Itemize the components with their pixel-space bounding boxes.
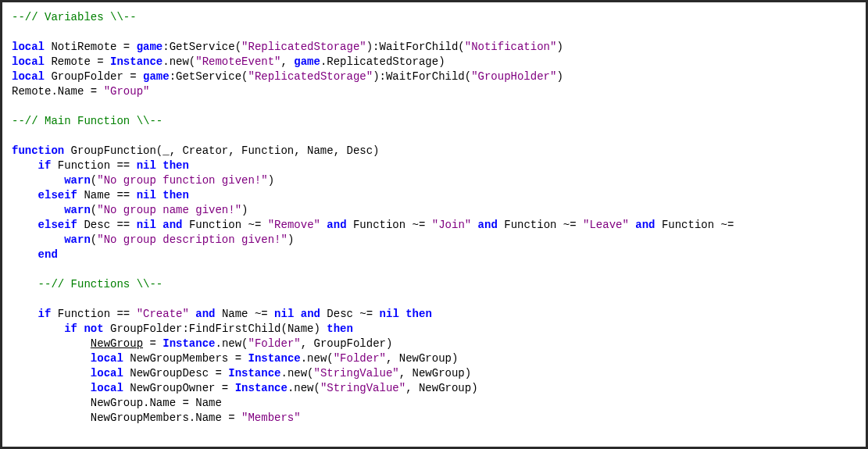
code-line[interactable]: elseif Desc == nil and Function ~= "Remo… (12, 218, 856, 233)
code-token: ( (91, 204, 97, 216)
code-token: ) (241, 204, 248, 216)
code-token (12, 322, 64, 335)
code-token: , NewGroup) (405, 382, 477, 394)
code-token: NewGroupOwner = (123, 382, 235, 394)
code-line[interactable]: local Remote = Instance.new("RemoteEvent… (12, 55, 856, 69)
code-token: NewGroupDesc = (123, 367, 228, 380)
code-line[interactable] (12, 99, 856, 114)
code-editor-content[interactable]: --// Variables \\-- local NotiRemote = g… (2, 2, 866, 447)
code-token: ( (91, 233, 97, 246)
code-token: , GroupFolder) (301, 337, 393, 350)
code-line[interactable]: NewGroup.Name = Name (12, 396, 856, 411)
code-token: local (12, 70, 45, 83)
code-token: and (635, 219, 655, 231)
code-token (12, 367, 91, 380)
code-line[interactable]: local GroupFolder = game:GetService("Rep… (12, 69, 856, 84)
code-token: function (12, 144, 64, 157)
code-line[interactable]: NewGroup = Instance.new("Folder", GroupF… (12, 337, 856, 351)
code-token (12, 174, 64, 187)
code-line[interactable]: end (12, 248, 856, 262)
code-token (156, 159, 163, 172)
code-token: if (38, 159, 52, 172)
code-token: "GroupHolder" (471, 70, 556, 83)
code-token: Function == (51, 308, 136, 320)
code-token: , (280, 55, 294, 68)
code-line[interactable] (12, 262, 856, 277)
code-line[interactable] (12, 129, 856, 144)
code-token: NewGroup.Name = Name (12, 397, 222, 409)
code-line[interactable]: if Function == "Create" and Name ~= nil … (12, 307, 856, 322)
code-token: local (91, 367, 123, 380)
code-token: :GetService( (163, 41, 241, 53)
code-line[interactable]: if not GroupFolder:FindFirstChild(Name) … (12, 322, 856, 337)
code-token: ) (556, 41, 563, 53)
code-token (12, 278, 38, 290)
code-line[interactable]: function GroupFunction(_, Creator, Funct… (12, 144, 856, 159)
code-token: .ReplicatedStorage) (320, 55, 445, 68)
code-token: then (405, 308, 432, 320)
code-token: GroupFolder:FindFirstChild(Name) (104, 322, 327, 335)
code-line[interactable]: --// Variables \\-- (12, 10, 856, 25)
code-line[interactable]: NewGroupMembers.Name = "Members" (12, 411, 856, 426)
code-token: not (84, 322, 103, 335)
code-line[interactable]: if Function == nil then (12, 159, 856, 173)
code-token: "Create" (137, 308, 189, 320)
code-token: ( (91, 174, 97, 187)
code-token: nil (137, 219, 156, 231)
code-line[interactable]: warn("No group function given!") (12, 173, 856, 188)
code-token: "StringValue" (320, 382, 405, 394)
code-line[interactable]: --// Functions \\-- (12, 277, 856, 292)
code-line[interactable] (12, 292, 856, 307)
code-token: :GetService( (170, 70, 248, 83)
code-token (12, 233, 64, 246)
code-line[interactable]: --// Main Function \\-- (12, 114, 856, 129)
code-token (399, 308, 405, 320)
code-token: game (143, 70, 170, 83)
code-token (471, 219, 477, 231)
code-token (629, 219, 635, 231)
code-token: GroupFolder = (45, 70, 143, 83)
code-line[interactable]: local NewGroupOwner = Instance.new("Stri… (12, 381, 856, 396)
code-line[interactable]: warn("No group name given!") (12, 203, 856, 218)
code-token: ) (556, 70, 563, 83)
code-token (294, 308, 300, 320)
code-token: = (143, 337, 163, 350)
code-token: GroupFunction(_, Creator, Function, Name… (64, 144, 379, 157)
code-token: NewGroup (91, 337, 143, 350)
code-token (12, 189, 38, 201)
code-token: .new( (215, 337, 248, 350)
code-line[interactable]: local NotiRemote = game:GetService("Repl… (12, 40, 856, 55)
code-token: "Leave" (583, 219, 629, 231)
code-token: Instance (235, 382, 288, 394)
code-token: "Members" (241, 412, 301, 424)
code-token: "No group name given!" (97, 204, 241, 216)
code-token: nil (137, 189, 156, 201)
code-token: Function == (51, 159, 136, 172)
code-token: game (294, 55, 320, 68)
code-line[interactable] (12, 25, 856, 40)
code-token: Function ~= (655, 219, 734, 231)
code-token: "Notification" (465, 41, 557, 53)
code-token: .new( (163, 55, 195, 68)
code-line[interactable]: Remote.Name = "Group" (12, 84, 856, 99)
code-token: --// Main Function \\-- (12, 115, 163, 127)
code-token: Function ~= (347, 219, 432, 231)
code-token: , NewGroup) (399, 367, 471, 380)
code-token: and (301, 308, 320, 320)
code-token: Remote.Name = (12, 85, 104, 98)
code-token (12, 219, 38, 231)
code-line[interactable]: elseif Name == nil then (12, 188, 856, 203)
code-token: "Group" (104, 85, 150, 98)
code-token: nil (274, 308, 294, 320)
code-token: ):WaitForChild( (373, 70, 471, 83)
code-token: then (327, 322, 353, 335)
code-token: "Remove" (268, 219, 320, 231)
code-line[interactable]: local NewGroupDesc = Instance.new("Strin… (12, 366, 856, 381)
code-token: if (38, 308, 52, 320)
code-token: ) (288, 233, 294, 246)
code-line[interactable]: local NewGroupMembers = Instance.new("Fo… (12, 351, 856, 366)
code-token: "Join" (432, 219, 471, 231)
code-token: "ReplicatedStorage" (248, 70, 373, 83)
code-token: and (195, 308, 215, 320)
code-line[interactable]: warn("No group description given!") (12, 233, 856, 248)
